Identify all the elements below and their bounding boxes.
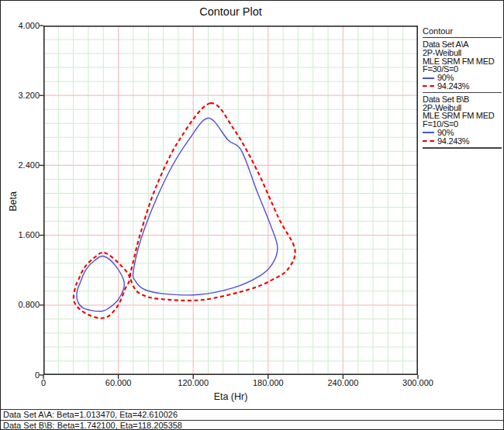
legend[interactable]: Contour Data Set A\A2P-WeibullMLE SRM FM… bbox=[423, 26, 502, 151]
x-tick-label: 120.000 bbox=[168, 378, 218, 387]
legend-header: Contour bbox=[423, 26, 502, 38]
x-tick-label: 180.000 bbox=[243, 378, 293, 387]
plot-area[interactable] bbox=[43, 26, 418, 375]
major-gridlines bbox=[43, 26, 418, 375]
y-axis-label: Beta bbox=[8, 184, 19, 218]
y-tick-label: 1.600 bbox=[1, 230, 40, 239]
legend-sample: F=30/S=0 bbox=[423, 65, 502, 74]
contour-data-set-a-a-90- bbox=[77, 256, 124, 311]
y-tick-label: 4.000 bbox=[1, 21, 40, 30]
y-tick-label: 3.200 bbox=[1, 91, 40, 100]
legend-entry-label: 94.243% bbox=[437, 82, 469, 91]
solid-line-swatch-icon bbox=[423, 77, 434, 79]
plot-frame bbox=[44, 26, 417, 374]
solid-line-swatch-icon bbox=[423, 132, 434, 133]
contour-data-set-a-a-94-243- bbox=[74, 253, 130, 318]
dashed-line-swatch-icon bbox=[423, 85, 434, 87]
axis-tick-marks bbox=[40, 26, 418, 379]
y-tick-label: 0.800 bbox=[1, 300, 40, 309]
legend-group: Data Set A\A2P-WeibullMLE SRM FM MEDF=30… bbox=[423, 40, 502, 93]
footer-parameter-row: Data Set A\A: Beta=1.013470, Eta=42.6100… bbox=[1, 410, 504, 421]
contour-data-set-b-b-90- bbox=[133, 118, 277, 294]
minor-gridlines bbox=[43, 26, 418, 375]
footer-panel: Data Set A\A: Beta=1.013470, Eta=42.6100… bbox=[1, 409, 504, 430]
legend-entry-label: 94.243% bbox=[437, 137, 469, 146]
legend-groups: Data Set A\A2P-WeibullMLE SRM FM MEDF=30… bbox=[423, 40, 502, 149]
legend-entry: 94.243% bbox=[423, 82, 502, 91]
x-tick-label: 240.000 bbox=[318, 378, 368, 387]
legend-model: 2P-Weibull bbox=[423, 49, 502, 57]
x-tick-label: 60.000 bbox=[94, 378, 143, 387]
y-tick-label: 2.400 bbox=[1, 160, 40, 170]
dashed-line-swatch-icon bbox=[423, 140, 434, 142]
legend-sample: F=10/S=0 bbox=[423, 120, 502, 129]
chart-title: Contour Plot bbox=[43, 5, 418, 18]
x-tick-label: 0 bbox=[19, 378, 68, 387]
x-axis-label: Eta (Hr) bbox=[43, 391, 418, 402]
legend-group: Data Set B\B2P-WeibullMLE SRM FM MEDF=10… bbox=[423, 95, 502, 149]
footer-parameter-row: Data Set B\B: Beta=1.742100, Eta=118.205… bbox=[1, 421, 504, 430]
legend-entry: 94.243% bbox=[423, 137, 502, 146]
contour-plot-window: Contour Plot 00.8001.6002.4003.2004.000 … bbox=[0, 0, 504, 430]
legend-dataset-name: Data Set B\B bbox=[423, 95, 502, 104]
x-tick-label: 300.000 bbox=[393, 378, 443, 387]
